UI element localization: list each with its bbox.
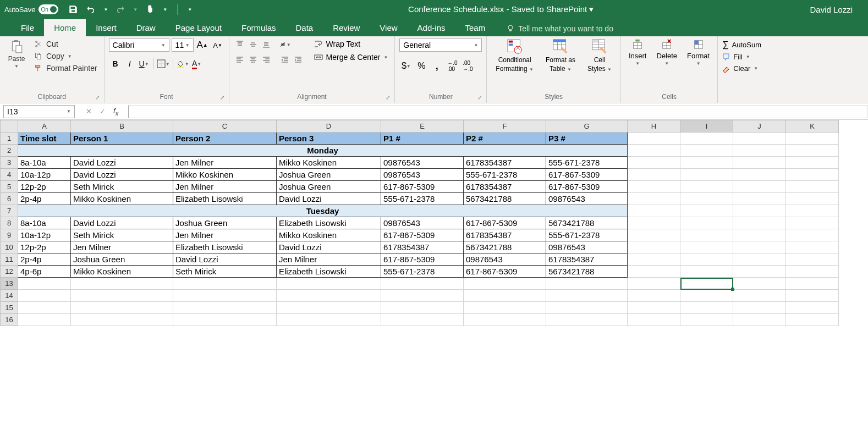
row-header-12[interactable]: 12 — [1, 266, 18, 278]
cell-B3[interactable]: David Lozzi — [71, 157, 173, 169]
insert-cell-button[interactable]: Insert▼ — [625, 38, 650, 66]
formula-input[interactable] — [128, 105, 868, 118]
cell-A12[interactable]: 4p-6p — [18, 266, 71, 278]
cell-K14[interactable] — [786, 290, 839, 302]
accounting-button[interactable]: $ ▼ — [399, 59, 413, 73]
row-header-4[interactable]: 4 — [1, 169, 18, 181]
cell-I16[interactable] — [680, 314, 733, 326]
cell-F9[interactable]: 6178354387 — [464, 229, 546, 241]
tell-me-search[interactable]: Tell me what you want to do — [506, 24, 613, 36]
cell-E13[interactable] — [381, 278, 464, 290]
merge-center-button[interactable]: Merge & Center ▼ — [312, 52, 391, 63]
cell-E12[interactable]: 555-671-2378 — [381, 266, 464, 278]
cell-G10[interactable]: 09876543 — [546, 241, 628, 253]
cell-J13[interactable] — [733, 278, 786, 290]
cell-F13[interactable] — [464, 278, 546, 290]
cell-K7[interactable] — [786, 205, 839, 217]
cell-A5[interactable]: 12p-2p — [18, 181, 71, 193]
cell-J16[interactable] — [733, 314, 786, 326]
tab-file[interactable]: File — [11, 19, 44, 36]
cell-K1[interactable] — [786, 133, 839, 145]
orientation-button[interactable]: ab▼ — [279, 38, 291, 51]
row-header-7[interactable]: 7 — [1, 205, 18, 217]
cell-K4[interactable] — [786, 169, 839, 181]
cell-C10[interactable]: Elizabeth Lisowski — [173, 241, 277, 253]
cell-I10[interactable] — [680, 241, 733, 253]
col-header-F[interactable]: F — [464, 120, 546, 133]
cell-I1[interactable] — [680, 133, 733, 145]
cell-D12[interactable]: Elizabeth Lisowski — [277, 266, 381, 278]
cell-G13[interactable] — [546, 278, 628, 290]
col-header-K[interactable]: K — [786, 120, 839, 133]
cell-D13[interactable] — [277, 278, 381, 290]
cell-A9[interactable]: 10a-12p — [18, 229, 71, 241]
font-name-select[interactable]: Calibri▼ — [109, 38, 169, 52]
cell-C5[interactable]: Jen Milner — [173, 181, 277, 193]
cell-A8[interactable]: 8a-10a — [18, 217, 71, 229]
cell-I9[interactable] — [680, 229, 733, 241]
font-launcher[interactable]: ⤢ — [220, 95, 224, 101]
cell-K12[interactable] — [786, 266, 839, 278]
cell-K6[interactable] — [786, 193, 839, 205]
decrease-indent-button[interactable] — [279, 54, 291, 66]
cell-F5[interactable]: 6178354387 — [464, 181, 546, 193]
row-header-14[interactable]: 14 — [1, 290, 18, 302]
cell-F14[interactable] — [464, 290, 546, 302]
cell-I2[interactable] — [680, 145, 733, 157]
tab-formulas[interactable]: Formulas — [232, 19, 286, 36]
cell-B15[interactable] — [71, 302, 173, 314]
cell-K11[interactable] — [786, 253, 839, 266]
alignment-launcher[interactable]: ⤢ — [386, 95, 390, 101]
day-header-tuesday[interactable]: Tuesday — [18, 205, 628, 217]
cell-D10[interactable]: David Lozzi — [277, 241, 381, 253]
cell-I15[interactable] — [680, 302, 733, 314]
cell-B5[interactable]: Seth Mirick — [71, 181, 173, 193]
borders-button[interactable]: ▼ — [157, 57, 170, 70]
align-right-button[interactable] — [260, 54, 272, 66]
cell-B13[interactable] — [71, 278, 173, 290]
number-format-select[interactable]: General▼ — [399, 38, 482, 52]
cell-D8[interactable]: Elizabeth Lisowski — [277, 217, 381, 229]
cell-K3[interactable] — [786, 157, 839, 169]
cell-G8[interactable]: 5673421788 — [546, 217, 628, 229]
tab-view[interactable]: View — [370, 19, 407, 36]
cell-A11[interactable]: 2p-4p — [18, 253, 71, 266]
cell-H4[interactable] — [628, 169, 680, 181]
cell-E14[interactable] — [381, 290, 464, 302]
cell-J12[interactable] — [733, 266, 786, 278]
cell-A4[interactable]: 10a-12p — [18, 169, 71, 181]
cell-F6[interactable]: 5673421788 — [464, 193, 546, 205]
cell-D11[interactable]: Jen Milner — [277, 253, 381, 266]
format-as-table-button[interactable]: Format as Table ▼ — [541, 38, 580, 73]
cell-E4[interactable]: 09876543 — [381, 169, 464, 181]
cell-C9[interactable]: Jen Milner — [173, 229, 277, 241]
cell-A16[interactable] — [18, 314, 71, 326]
cut-button[interactable]: Cut — [32, 38, 100, 49]
cell-A15[interactable] — [18, 302, 71, 314]
cell-F3[interactable]: 6178354387 — [464, 157, 546, 169]
cell-J10[interactable] — [733, 241, 786, 253]
cell-C12[interactable]: Seth Mirick — [173, 266, 277, 278]
cell-G4[interactable]: 617-867-5309 — [546, 169, 628, 181]
clear-button[interactable]: Clear ▼ — [722, 63, 758, 74]
col-header-G[interactable]: G — [546, 120, 628, 133]
cell-A6[interactable]: 2p-4p — [18, 193, 71, 205]
cell-K2[interactable] — [786, 145, 839, 157]
cell-C15[interactable] — [173, 302, 277, 314]
cell-H2[interactable] — [628, 145, 680, 157]
cell-J3[interactable] — [733, 157, 786, 169]
cell-D1[interactable]: Person 3 — [277, 133, 381, 145]
cell-I12[interactable] — [680, 266, 733, 278]
cell-B9[interactable]: Seth Mirick — [71, 229, 173, 241]
cell-A1[interactable]: Time slot — [18, 133, 71, 145]
select-all-corner[interactable] — [1, 120, 18, 133]
cell-J6[interactable] — [733, 193, 786, 205]
cell-G6[interactable]: 09876543 — [546, 193, 628, 205]
cell-C14[interactable] — [173, 290, 277, 302]
conditional-formatting-button[interactable]: Conditional Formatting ▼ — [491, 38, 538, 73]
font-size-select[interactable]: 11▼ — [172, 38, 194, 52]
save-icon[interactable] — [68, 4, 78, 14]
cell-styles-button[interactable]: Cell Styles ▼ — [583, 38, 616, 73]
cell-H11[interactable] — [628, 253, 680, 266]
fill-color-button[interactable]: ▼ — [176, 57, 189, 70]
